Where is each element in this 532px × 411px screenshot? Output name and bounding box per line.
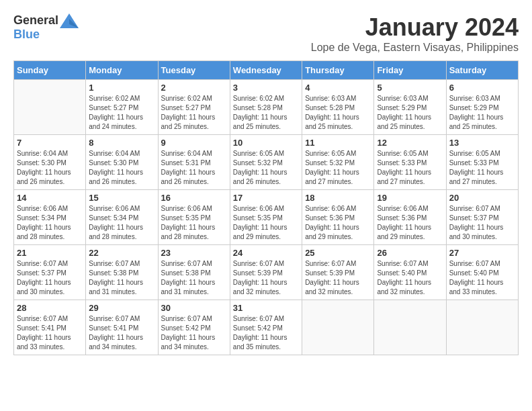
day-info: Sunrise: 6:06 AMSunset: 5:36 PMDaylight:… [377,204,443,242]
day-info: Sunrise: 6:07 AMSunset: 5:41 PMDaylight:… [89,314,154,352]
calendar-cell [14,80,86,135]
calendar-cell: 17 Sunrise: 6:06 AMSunset: 5:35 PMDaylig… [230,190,302,245]
calendar-cell: 21 Sunrise: 6:07 AMSunset: 5:37 PMDaylig… [14,245,86,300]
day-number: 29 [89,303,154,313]
day-number: 1 [89,83,154,93]
day-number: 10 [233,138,299,148]
logo-blue-text: Blue [13,28,79,42]
day-info: Sunrise: 6:03 AMSunset: 5:29 PMDaylight:… [377,94,443,132]
day-info: Sunrise: 6:07 AMSunset: 5:38 PMDaylight:… [89,259,154,297]
calendar-cell: 11 Sunrise: 6:05 AMSunset: 5:32 PMDaylig… [302,135,374,190]
day-info: Sunrise: 6:04 AMSunset: 5:30 PMDaylight:… [89,149,154,187]
day-info: Sunrise: 6:07 AMSunset: 5:42 PMDaylight:… [161,314,227,352]
calendar-cell [374,300,446,355]
day-number: 21 [17,248,83,258]
day-info: Sunrise: 6:07 AMSunset: 5:38 PMDaylight:… [161,259,227,297]
day-number: 27 [449,248,515,258]
calendar-cell: 15 Sunrise: 6:06 AMSunset: 5:34 PMDaylig… [86,190,158,245]
day-number: 6 [449,83,515,93]
day-header-monday: Monday [86,61,158,80]
logo-text: General [13,14,58,28]
calendar-week-row: 21 Sunrise: 6:07 AMSunset: 5:37 PMDaylig… [14,245,519,300]
calendar-cell: 27 Sunrise: 6:07 AMSunset: 5:40 PMDaylig… [446,245,518,300]
calendar-cell: 28 Sunrise: 6:07 AMSunset: 5:41 PMDaylig… [14,300,86,355]
day-info: Sunrise: 6:07 AMSunset: 5:37 PMDaylight:… [17,259,83,297]
calendar-cell: 31 Sunrise: 6:07 AMSunset: 5:42 PMDaylig… [230,300,302,355]
day-info: Sunrise: 6:07 AMSunset: 5:37 PMDaylight:… [449,204,515,242]
calendar-cell [446,300,518,355]
calendar-cell: 2 Sunrise: 6:02 AMSunset: 5:27 PMDayligh… [158,80,230,135]
day-info: Sunrise: 6:07 AMSunset: 5:42 PMDaylight:… [233,314,299,352]
day-number: 28 [17,303,83,313]
calendar-cell: 20 Sunrise: 6:07 AMSunset: 5:37 PMDaylig… [446,190,518,245]
day-number: 14 [17,193,83,203]
calendar-table: SundayMondayTuesdayWednesdayThursdayFrid… [13,60,519,355]
calendar-cell: 9 Sunrise: 6:04 AMSunset: 5:31 PMDayligh… [158,135,230,190]
day-number: 11 [305,138,371,148]
day-info: Sunrise: 6:04 AMSunset: 5:31 PMDaylight:… [161,149,227,187]
day-info: Sunrise: 6:02 AMSunset: 5:27 PMDaylight:… [161,94,227,132]
day-number: 4 [305,83,371,93]
calendar-week-row: 1 Sunrise: 6:02 AMSunset: 5:27 PMDayligh… [14,80,519,135]
calendar-cell: 13 Sunrise: 6:05 AMSunset: 5:33 PMDaylig… [446,135,518,190]
day-info: Sunrise: 6:06 AMSunset: 5:35 PMDaylight:… [161,204,227,242]
day-number: 2 [161,83,227,93]
calendar-cell [302,300,374,355]
day-number: 19 [377,193,443,203]
day-number: 3 [233,83,299,93]
day-number: 23 [161,248,227,258]
day-info: Sunrise: 6:05 AMSunset: 5:33 PMDaylight:… [449,149,515,187]
day-info: Sunrise: 6:07 AMSunset: 5:41 PMDaylight:… [17,314,83,352]
month-title: January 2024 [311,13,519,42]
day-number: 8 [89,138,154,148]
day-info: Sunrise: 6:05 AMSunset: 5:32 PMDaylight:… [233,149,299,187]
day-number: 9 [161,138,227,148]
page-header: General Blue January 2024 Lope de Vega, … [13,13,519,54]
day-info: Sunrise: 6:02 AMSunset: 5:28 PMDaylight:… [233,94,299,132]
day-number: 24 [233,248,299,258]
day-info: Sunrise: 6:06 AMSunset: 5:36 PMDaylight:… [305,204,371,242]
day-header-thursday: Thursday [302,61,374,80]
calendar-cell: 16 Sunrise: 6:06 AMSunset: 5:35 PMDaylig… [158,190,230,245]
day-info: Sunrise: 6:07 AMSunset: 5:40 PMDaylight:… [377,259,443,297]
day-number: 18 [305,193,371,203]
calendar-cell: 26 Sunrise: 6:07 AMSunset: 5:40 PMDaylig… [374,245,446,300]
day-number: 22 [89,248,154,258]
day-info: Sunrise: 6:03 AMSunset: 5:29 PMDaylight:… [449,94,515,132]
title-block: January 2024 Lope de Vega, Eastern Visay… [311,13,519,54]
calendar-cell: 14 Sunrise: 6:06 AMSunset: 5:34 PMDaylig… [14,190,86,245]
calendar-cell: 8 Sunrise: 6:04 AMSunset: 5:30 PMDayligh… [86,135,158,190]
day-header-saturday: Saturday [446,61,518,80]
calendar-week-row: 28 Sunrise: 6:07 AMSunset: 5:41 PMDaylig… [14,300,519,355]
day-header-tuesday: Tuesday [158,61,230,80]
day-info: Sunrise: 6:06 AMSunset: 5:34 PMDaylight:… [17,204,83,242]
calendar-cell: 30 Sunrise: 6:07 AMSunset: 5:42 PMDaylig… [158,300,230,355]
calendar-cell: 19 Sunrise: 6:06 AMSunset: 5:36 PMDaylig… [374,190,446,245]
calendar-cell: 5 Sunrise: 6:03 AMSunset: 5:29 PMDayligh… [374,80,446,135]
day-info: Sunrise: 6:06 AMSunset: 5:35 PMDaylight:… [233,204,299,242]
day-number: 31 [233,303,299,313]
day-number: 7 [17,138,83,148]
calendar-header-row: SundayMondayTuesdayWednesdayThursdayFrid… [14,61,519,80]
calendar-cell: 23 Sunrise: 6:07 AMSunset: 5:38 PMDaylig… [158,245,230,300]
day-number: 20 [449,193,515,203]
calendar-cell: 22 Sunrise: 6:07 AMSunset: 5:38 PMDaylig… [86,245,158,300]
day-number: 5 [377,83,443,93]
calendar-cell: 18 Sunrise: 6:06 AMSunset: 5:36 PMDaylig… [302,190,374,245]
day-info: Sunrise: 6:05 AMSunset: 5:33 PMDaylight:… [377,149,443,187]
day-number: 30 [161,303,227,313]
day-number: 26 [377,248,443,258]
day-info: Sunrise: 6:07 AMSunset: 5:40 PMDaylight:… [449,259,515,297]
day-header-wednesday: Wednesday [230,61,302,80]
day-info: Sunrise: 6:06 AMSunset: 5:34 PMDaylight:… [89,204,154,242]
day-number: 16 [161,193,227,203]
calendar-cell: 4 Sunrise: 6:03 AMSunset: 5:28 PMDayligh… [302,80,374,135]
day-number: 13 [449,138,515,148]
calendar-cell: 25 Sunrise: 6:07 AMSunset: 5:39 PMDaylig… [302,245,374,300]
day-info: Sunrise: 6:07 AMSunset: 5:39 PMDaylight:… [233,259,299,297]
calendar-week-row: 14 Sunrise: 6:06 AMSunset: 5:34 PMDaylig… [14,190,519,245]
location: Lope de Vega, Eastern Visayas, Philippin… [311,42,519,54]
calendar-week-row: 7 Sunrise: 6:04 AMSunset: 5:30 PMDayligh… [14,135,519,190]
day-info: Sunrise: 6:05 AMSunset: 5:32 PMDaylight:… [305,149,371,187]
calendar-cell: 12 Sunrise: 6:05 AMSunset: 5:33 PMDaylig… [374,135,446,190]
